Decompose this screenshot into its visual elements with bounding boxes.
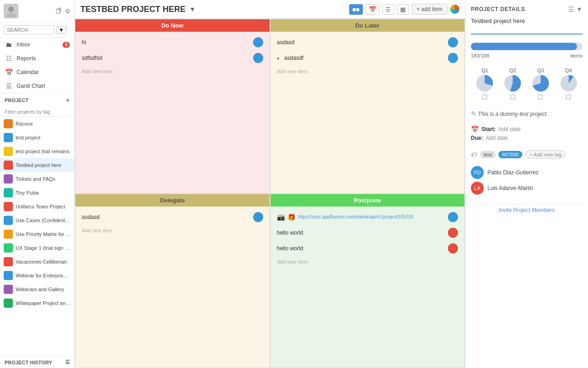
quadrant-delegate: Delegate asdasd Add new item	[75, 194, 270, 368]
history-toggle-icon[interactable]: ☰	[65, 359, 70, 365]
inbox-label: Inbox	[17, 41, 30, 48]
start-value[interactable]: Add date	[498, 126, 520, 132]
sidebar-item-use-cases[interactable]: Use Cases (Confidential)	[0, 213, 74, 227]
task-item[interactable]: sdfsdfsd	[79, 51, 266, 65]
project-dot	[4, 285, 13, 294]
project-section-header[interactable]: PROJECT +	[0, 93, 74, 107]
project-label: Webinars and Gallery	[16, 287, 64, 292]
title-dropdown-icon[interactable]: ▼	[189, 6, 196, 13]
quarter-pie	[476, 75, 493, 92]
sidebar-item-testbed-project[interactable]: Testbed project here	[0, 158, 74, 172]
sidebar-item-reports[interactable]: ☷ Reports	[0, 52, 74, 65]
tag-icon: 🏷	[471, 151, 477, 158]
svg-rect-3	[6, 135, 11, 140]
due-value[interactable]: Add date	[486, 135, 508, 141]
sidebar-item-recons[interactable]: Recons	[0, 117, 74, 131]
grid-view-button[interactable]: ■■	[349, 4, 363, 15]
calendar-view-button[interactable]: 📅	[366, 4, 379, 15]
add-new-item-postpone[interactable]: Add new item	[274, 257, 461, 266]
quarters-section: Q1 ☐ Q2 ☐ Q3 ☐ Q4 ☐	[471, 68, 582, 101]
svg-rect-11	[6, 245, 11, 251]
quadrant-do-later: Do Later asdasd ● asdasdf Add new item	[270, 19, 465, 194]
document-icon[interactable]: 🗍	[56, 7, 62, 15]
add-new-item-do-later[interactable]: Add new item	[274, 67, 461, 76]
task-item[interactable]: hello world	[274, 226, 461, 240]
svg-point-1	[6, 13, 16, 17]
main-content: TESTBED PROJECT HERE ▼ ■■ 📅 ☰ ▩ + add it…	[75, 0, 465, 368]
add-new-item-do-now[interactable]: Add new item	[79, 67, 266, 76]
sidebar-search: ▼	[0, 23, 74, 38]
sidebar-item-test-project[interactable]: test project	[0, 131, 74, 144]
task-text: asdasd	[277, 39, 295, 46]
sidebar-item-inbox[interactable]: 🖿 Inbox 8	[0, 38, 74, 52]
page-title: TESTBED PROJECT HERE	[80, 5, 186, 14]
color-picker[interactable]	[450, 5, 459, 14]
list-view-button[interactable]: ☰	[382, 4, 394, 15]
task-avatar	[253, 212, 263, 222]
settings-icon[interactable]: ⚙	[65, 7, 71, 15]
project-label: Whitepaper Project and Ideas	[16, 300, 71, 306]
progress-bar-fill	[471, 43, 577, 50]
project-history-section[interactable]: PROJECT HISTORY ☰	[0, 356, 74, 368]
project-label: Webinar for Enterprises / Companies	[16, 273, 71, 278]
project-label: Use Cases (Confidential)	[16, 218, 71, 223]
quarter-q2: Q2 ☐	[504, 68, 521, 101]
project-dot	[4, 188, 13, 197]
quadrant-body-postpone: 📸 🎁 https://sync.appfluence.com/native/a…	[271, 207, 465, 368]
quadrant-header-do-later: Do Later	[271, 19, 465, 32]
reports-icon: ☷	[5, 55, 13, 62]
task-item[interactable]: asdasd	[274, 35, 461, 49]
project-dot	[4, 216, 13, 225]
filter-button[interactable]: ▼	[56, 26, 67, 34]
search-input[interactable]	[4, 25, 54, 34]
link-icon: 📸	[277, 213, 285, 221]
task-item[interactable]: ● asdasdf	[274, 51, 461, 65]
sidebar-item-ux-stage[interactable]: UX Stage 1 (trial sign up till activat..…	[0, 241, 74, 255]
avatar[interactable]	[4, 4, 18, 18]
task-item[interactable]: 📸 🎁 https://sync.appfluence.com/native/a…	[274, 210, 461, 224]
add-new-item-delegate[interactable]: Add new item	[79, 226, 266, 235]
svg-rect-14	[6, 287, 11, 292]
task-item[interactable]: hello world	[274, 242, 461, 255]
indicator-dot: ●	[277, 56, 280, 61]
quarter-pie	[504, 75, 521, 92]
sidebar-item-calendar[interactable]: 📅 Calendar	[0, 65, 74, 79]
project-label: Testbed project here	[16, 162, 62, 168]
panel-menu-button[interactable]: ☰ ▼	[568, 6, 582, 13]
add-item-button[interactable]: + add item	[412, 4, 447, 15]
kanban-board: Do Now hi sdfsdfsd Add new item Do Later…	[75, 19, 465, 368]
sidebar-item-vacaciones[interactable]: Vacaciones Celtiberian	[0, 255, 74, 269]
right-panel: PROJECT DETAILS ☰ ▼ Testbed project here…	[465, 0, 588, 368]
add-project-button[interactable]: +	[66, 96, 70, 104]
sidebar-item-gantt[interactable]: ☰ Gantt Chart	[0, 79, 74, 93]
tag-667890[interactable]: 667890	[498, 151, 523, 158]
sidebar-item-whitepaper[interactable]: Whitepaper Project and Ideas	[0, 296, 74, 310]
project-dot	[4, 161, 13, 170]
task-text: sdfsdfsd	[82, 55, 102, 61]
invite-members-button[interactable]: Invite Project Members	[471, 204, 582, 216]
sidebar-item-tickets-faq[interactable]: Tickets and FAQs	[0, 172, 74, 186]
project-label: Unifarco Team Project	[16, 204, 65, 209]
add-tag-button[interactable]: + Add new tag	[525, 150, 565, 159]
panel-project-name: Testbed project here	[471, 17, 582, 24]
task-avatar	[448, 243, 458, 253]
chart-view-button[interactable]: ▩	[397, 4, 409, 15]
sidebar-item-use-priority[interactable]: Use Priority Matrix for StartX	[0, 227, 74, 241]
notes-section[interactable]: ✎ This is a dummy test project	[471, 110, 582, 117]
sidebar-item-unifarco[interactable]: Unifarco Team Project	[0, 200, 74, 213]
sidebar-item-test-project-remains[interactable]: test project that remains	[0, 144, 74, 158]
project-dot	[4, 119, 13, 128]
tag-test[interactable]: test	[480, 151, 496, 158]
svg-rect-13	[6, 273, 11, 278]
project-dot	[4, 299, 13, 308]
task-item[interactable]: hi	[79, 35, 266, 49]
project-dot	[4, 202, 13, 211]
task-item[interactable]: asdasd	[79, 210, 266, 224]
sidebar-item-webinar-enterprises[interactable]: Webinar for Enterprises / Companies	[0, 269, 74, 282]
quarter-label: Q4	[565, 68, 572, 73]
member-name: Pablo Diaz-Gutierrez	[487, 169, 538, 176]
sidebar-item-webinars-gallery[interactable]: Webinars and Gallery	[0, 282, 74, 296]
project-label: test project	[16, 135, 40, 140]
member-avatar: PD	[471, 166, 484, 179]
sidebar-item-tiny-pulse[interactable]: Tiny Pulse	[0, 186, 74, 200]
